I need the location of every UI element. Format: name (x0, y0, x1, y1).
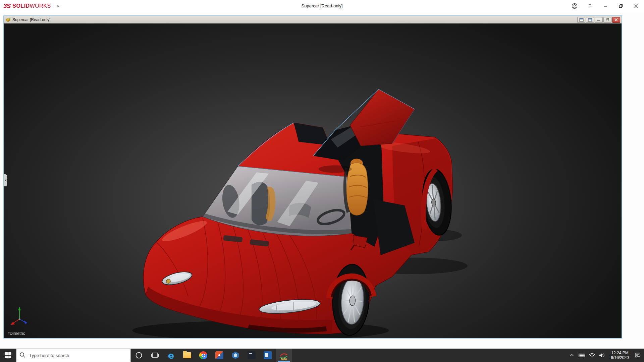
clock-date: 9/16/2020 (608, 355, 631, 360)
clock-time: 12:24 PM (608, 351, 631, 355)
window-controls: ? (567, 0, 644, 12)
help-button[interactable]: ? (582, 0, 598, 12)
close-button[interactable] (629, 0, 644, 12)
car-3d-model[interactable] (4, 23, 622, 338)
pinned-app-button-1[interactable] (211, 349, 227, 362)
network-button[interactable] (587, 349, 597, 362)
search-input[interactable] (16, 349, 131, 362)
doc-minimize-button[interactable] (595, 17, 603, 23)
search-icon (19, 352, 25, 358)
menu-flyout-arrow-icon[interactable]: ▸ (58, 4, 60, 8)
pinned-app-icon-1 (215, 351, 223, 359)
taskbar-search (16, 349, 131, 362)
speaker-icon (599, 353, 605, 358)
solidworks-logo: 3S SOLIDWORKS ▸ (0, 2, 59, 10)
view-orientation-label: *Dimetric (8, 331, 25, 336)
task-view-button[interactable] (147, 349, 163, 362)
edge-button[interactable]: e (163, 349, 179, 362)
cortana-button[interactable] (131, 349, 147, 362)
system-tray: 12:24 PM 9/16/2020 (567, 349, 644, 362)
action-center-button[interactable] (633, 349, 643, 362)
cube-app-icon (231, 351, 239, 359)
file-explorer-icon (183, 352, 191, 358)
task-view-icon (151, 352, 159, 359)
minimize-button[interactable] (598, 0, 613, 12)
doc-close-icon (614, 18, 618, 21)
pinned-app-button-3[interactable] (244, 349, 260, 362)
windows-taskbar: e 2020 (0, 349, 644, 362)
doc-pane-button-1[interactable] (577, 17, 585, 23)
feature-panel-flyout-tab[interactable] (4, 174, 7, 186)
cortana-icon (135, 352, 143, 359)
doc-pane-button-2[interactable] (586, 17, 594, 23)
document-title: Supercar [Read-only] (12, 17, 50, 22)
chevron-up-icon (570, 354, 574, 357)
user-account-icon (572, 3, 578, 9)
clock[interactable]: 12:24 PM 9/16/2020 (607, 351, 633, 360)
document-window-controls (577, 17, 620, 23)
solidworks-taskbar-button[interactable]: 2020 (276, 349, 292, 362)
volume-button[interactable] (597, 349, 607, 362)
doc-close-button[interactable] (612, 17, 620, 23)
tray-overflow-button[interactable] (567, 349, 577, 362)
solidworks-version-badge: 2020 (276, 358, 292, 361)
graphics-viewport[interactable]: *Dimetric (4, 23, 622, 338)
pinned-app-button-2[interactable] (227, 349, 244, 362)
command-prompt-icon (248, 351, 256, 359)
orientation-triad (9, 306, 30, 326)
app-titlebar: 3S SOLIDWORKS ▸ Supercar [Read-only] ? (0, 0, 644, 12)
part-document-icon (5, 17, 11, 22)
doc-restore-button[interactable] (603, 17, 611, 23)
edge-icon: e (168, 351, 174, 360)
help-icon: ? (589, 3, 591, 9)
document-titlebar[interactable]: Supercar [Read-only] (4, 16, 622, 23)
brand-text: SOLIDWORKS (12, 3, 51, 9)
window-title: Supercar [Read-only] (302, 3, 343, 8)
action-center-icon (635, 353, 641, 358)
split-pane-right-icon (588, 18, 592, 22)
account-button[interactable] (567, 0, 582, 12)
file-explorer-button[interactable] (179, 349, 195, 362)
document-window: Supercar [Read-only] (3, 15, 622, 339)
minimize-icon (603, 4, 607, 8)
wifi-icon (589, 353, 595, 358)
dassault-3ds-logo-mark: 3S (3, 2, 10, 10)
doc-restore-icon (606, 18, 609, 21)
close-icon (634, 4, 638, 8)
battery-button[interactable] (577, 349, 587, 362)
doc-minimize-icon (597, 18, 601, 21)
windows-logo-icon (5, 352, 11, 358)
pinned-app-button-4[interactable] (260, 349, 276, 362)
chrome-button[interactable] (195, 349, 211, 362)
battery-icon (579, 354, 585, 357)
start-button[interactable] (0, 349, 16, 362)
solidworks-client-area: Supercar [Read-only] (0, 12, 644, 349)
split-pane-icon (579, 18, 584, 22)
restore-icon (619, 4, 623, 8)
chrome-icon (199, 351, 207, 359)
blue-app-icon (264, 351, 272, 359)
restore-button[interactable] (613, 0, 629, 12)
